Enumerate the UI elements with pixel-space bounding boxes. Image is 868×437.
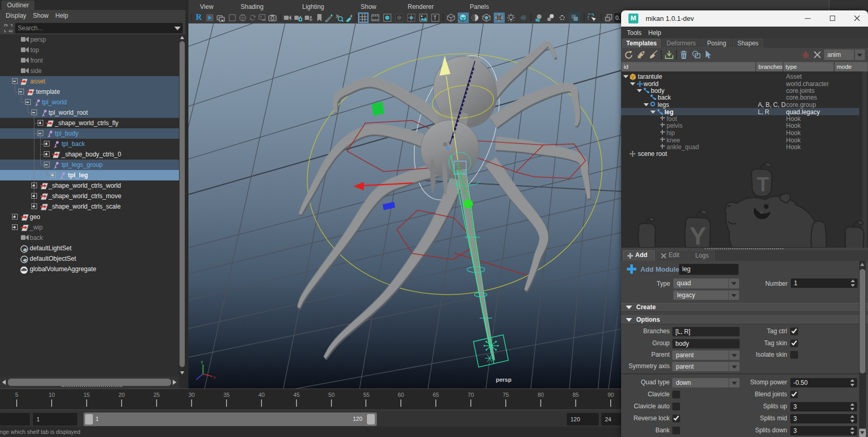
svg-text:y: y	[201, 359, 203, 364]
svg-text:persp: persp	[496, 377, 512, 383]
svg-text:T: T	[757, 174, 769, 196]
svg-text:x: x	[213, 375, 216, 380]
svg-text:Y: Y	[689, 222, 706, 248]
svg-text:T: T	[433, 15, 437, 21]
